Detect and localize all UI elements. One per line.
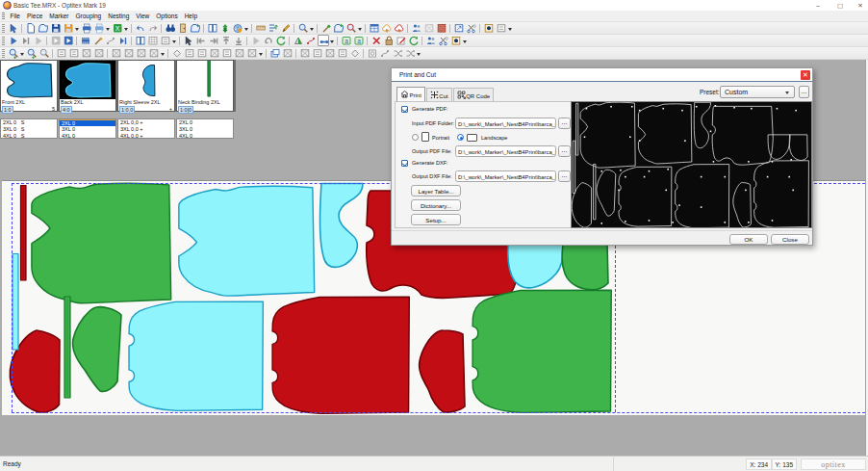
boxgray-icon[interactable] <box>246 47 258 59</box>
menu-view[interactable]: View <box>133 11 153 22</box>
scissors-icon[interactable] <box>438 35 449 46</box>
zoom-icon[interactable] <box>345 22 357 34</box>
boxdots-icon[interactable] <box>196 47 208 59</box>
output-pdf-browse-button[interactable]: ... <box>558 145 571 157</box>
cursor-icon[interactable] <box>8 22 19 34</box>
dialog-close-button[interactable]: ✕ <box>801 70 810 80</box>
piece-sleeve-green-2[interactable] <box>562 243 608 290</box>
piece-body-cyan-1[interactable] <box>179 186 315 296</box>
preset-more-button[interactable]: ... <box>799 86 809 98</box>
output-pdf-field[interactable]: D:\_work\_Marker\_NestB4Print\barca_ima <box>455 145 556 157</box>
wand-icon[interactable] <box>320 22 332 34</box>
play-icon[interactable] <box>8 35 19 46</box>
boxgray-icon[interactable] <box>282 47 294 59</box>
piece-sleeve-cyan-1[interactable] <box>320 184 363 268</box>
layer-table-button[interactable]: Layer Table... <box>411 185 461 196</box>
gbox-icon[interactable]: a <box>353 35 365 46</box>
gbox-icon[interactable]: a <box>341 35 352 46</box>
size-row[interactable]: 3XL 0,0 + <box>118 126 174 133</box>
wand-icon[interactable] <box>92 35 104 46</box>
pen-icon[interactable] <box>280 22 292 34</box>
menu-help[interactable]: Help <box>181 11 200 22</box>
print-icon[interactable] <box>81 22 92 34</box>
dropdown-arrow-icon[interactable] <box>19 47 25 60</box>
dropdown-arrow-icon[interactable] <box>357 22 363 35</box>
boxdots-icon[interactable] <box>221 47 233 59</box>
cursor-icon[interactable] <box>183 35 194 46</box>
size-row[interactable]: 3XL 0 <box>60 126 115 133</box>
menu-nesting[interactable]: Nesting <box>105 11 133 22</box>
menu-piece[interactable]: Piece <box>23 11 45 22</box>
movie-icon[interactable] <box>80 35 91 46</box>
folder-icon[interactable] <box>38 22 49 34</box>
minimize-button[interactable]: – <box>813 0 823 11</box>
boxdots-icon[interactable] <box>184 47 195 59</box>
dialog-title-bar[interactable]: Print and Cut ✕ <box>392 68 812 82</box>
playbox-icon[interactable] <box>50 35 62 46</box>
arrowU-icon[interactable] <box>220 35 232 46</box>
rotate-icon[interactable] <box>275 35 287 46</box>
close-button[interactable]: ✕ <box>855 0 865 11</box>
orangebox-icon[interactable] <box>450 35 462 46</box>
table-icon[interactable] <box>369 22 380 34</box>
dropdown-arrow-icon[interactable] <box>507 22 513 35</box>
preset-dropdown[interactable]: Custom <box>720 86 795 98</box>
dropdown-arrow-icon[interactable] <box>462 35 468 47</box>
size-row[interactable]: 2XL 0 <box>177 119 233 126</box>
piece-thumbnail-2[interactable]: Back 2XL4:0 <box>59 60 116 112</box>
input-pdf-browse-button[interactable]: ... <box>558 118 571 129</box>
shuffle-icon[interactable] <box>392 47 403 59</box>
nodes-icon[interactable] <box>105 35 116 46</box>
piece-strip-cyan[interactable] <box>13 254 18 351</box>
doc-icon[interactable] <box>25 22 37 34</box>
dropdown-arrow-icon[interactable] <box>309 22 315 35</box>
toolbar-grip[interactable] <box>2 24 5 33</box>
piece-body-green-2[interactable] <box>472 290 611 412</box>
boxgray-icon[interactable] <box>111 47 122 59</box>
piece-sleeve-red-2[interactable] <box>420 330 465 412</box>
boxgray-icon[interactable] <box>81 47 92 59</box>
scissors-icon[interactable] <box>466 22 477 34</box>
nodes-icon[interactable] <box>305 35 317 46</box>
size-row[interactable]: 4XL 0 S <box>1 133 57 140</box>
size-row[interactable]: 4XL 0,0 + <box>118 133 174 140</box>
arrowL-icon[interactable] <box>195 35 207 46</box>
arrowR-icon[interactable] <box>208 35 219 46</box>
people-icon[interactable] <box>411 22 422 34</box>
orangebox-icon[interactable] <box>483 22 495 34</box>
save-icon[interactable] <box>63 22 74 34</box>
diamond-icon[interactable] <box>349 47 361 59</box>
boxarr-icon[interactable] <box>453 22 465 34</box>
toolbar-grip[interactable] <box>2 49 5 58</box>
play-icon[interactable] <box>250 35 262 46</box>
save-icon[interactable] <box>50 22 62 34</box>
circsm-icon[interactable] <box>367 47 378 59</box>
boxgray-icon[interactable] <box>324 47 336 59</box>
size-row[interactable]: 3XL 0 <box>177 126 233 133</box>
output-dxf-field[interactable]: D:\_work\_Marker\_NestB4Print\barca_ima <box>455 170 556 182</box>
door-icon[interactable] <box>177 22 189 34</box>
generate-dxf-checkbox[interactable] <box>401 160 408 167</box>
size-row[interactable]: 2XL 0 S <box>1 119 57 126</box>
input-pdf-field[interactable]: D:\_work\_Marker\_NestB4Print\barca_im <box>455 118 556 129</box>
playbox-icon[interactable] <box>63 35 74 46</box>
landscape-radio[interactable] <box>457 134 464 141</box>
excel-icon[interactable]: X <box>112 22 123 34</box>
split-icon[interactable] <box>207 22 218 34</box>
boxgray-icon[interactable] <box>299 47 311 59</box>
size-row[interactable]: 2XL 0,0 + <box>118 119 174 126</box>
playskip-icon[interactable] <box>117 35 129 46</box>
cloud-icon[interactable] <box>381 22 393 34</box>
toolbar-grip[interactable] <box>2 37 5 45</box>
binoc-icon[interactable] <box>165 22 176 34</box>
menu-marker[interactable]: Marker <box>46 11 72 22</box>
redo-icon[interactable] <box>147 22 159 34</box>
size-row[interactable]: 3XL 0 S <box>1 126 57 133</box>
output-dxf-browse-button[interactable]: ... <box>558 170 571 182</box>
recycle-icon[interactable] <box>219 22 231 34</box>
playskip-icon[interactable] <box>20 35 32 46</box>
piece-sleeve-cyan-2[interactable] <box>508 243 564 288</box>
piece-sleeve-green-1[interactable] <box>73 307 121 392</box>
maximize-button[interactable]: ▢ <box>835 0 845 11</box>
boxdots-icon[interactable] <box>337 47 348 59</box>
